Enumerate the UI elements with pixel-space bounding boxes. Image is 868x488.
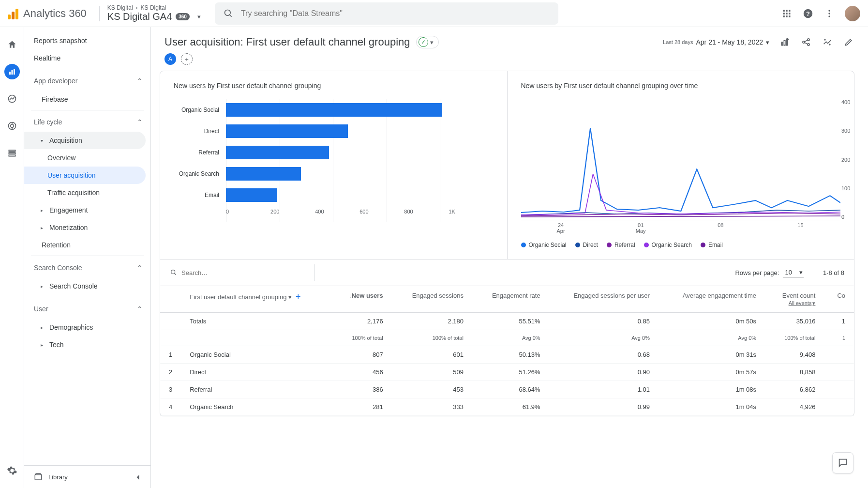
bar-row: Organic Search — [174, 163, 494, 184]
legend-item[interactable]: Email — [701, 242, 723, 248]
rail-configure-icon[interactable] — [4, 145, 20, 161]
sidebar-library[interactable]: Library — [24, 465, 150, 488]
avatar[interactable] — [845, 6, 860, 21]
line-chart-title: New users by First user default channel … — [521, 82, 841, 90]
sidebar-monetization[interactable]: ▸Monetization — [24, 219, 150, 236]
svg-point-35 — [829, 44, 830, 45]
rail-explore-icon[interactable] — [4, 91, 20, 107]
table-row[interactable]: 3Referral38645368.64%1.011m 08s6,862 — [160, 381, 854, 398]
sidebar-demographics[interactable]: ▸Demographics — [24, 319, 150, 336]
svg-point-21 — [10, 124, 14, 128]
sidebar-app-developer[interactable]: App developer ⌃ — [24, 71, 150, 91]
sidebar-search-console[interactable]: ▸Search Console — [24, 277, 150, 295]
svg-rect-5 — [783, 13, 785, 14]
property-dropdown-icon[interactable]: ▾ — [194, 11, 205, 23]
search-icon — [223, 8, 234, 19]
sidebar-traffic-acquisition[interactable]: Traffic acquisition — [24, 184, 150, 201]
bar-row: Referral — [174, 142, 494, 163]
sidebar-reports-snapshot[interactable]: Reports snapshot — [24, 32, 150, 49]
rows-per-page-select[interactable]: 10 ▾ — [783, 268, 803, 277]
search-box[interactable] — [215, 2, 558, 25]
sidebar-user-section[interactable]: User ⌃ — [24, 299, 150, 319]
svg-rect-18 — [14, 69, 15, 75]
property-name: KS Digital GA4 — [107, 11, 172, 22]
svg-rect-27 — [784, 41, 785, 46]
col-avg-engagement[interactable]: Average engagement time — [658, 286, 765, 313]
apps-icon[interactable] — [781, 8, 793, 19]
insights-icon[interactable] — [822, 36, 833, 48]
col-new-users[interactable]: ↓New users — [331, 286, 391, 313]
svg-text:?: ? — [806, 10, 810, 17]
svg-rect-25 — [35, 475, 42, 480]
svg-rect-23 — [9, 152, 15, 154]
page-info: 1-8 of 8 — [823, 269, 844, 276]
sidebar-user-acquisition[interactable]: User acquisition — [24, 167, 146, 184]
feedback-button[interactable] — [832, 452, 853, 473]
customize-icon[interactable] — [779, 36, 791, 48]
chevron-down-icon: ▾ — [799, 269, 803, 276]
sidebar-retention[interactable]: Retention — [24, 236, 150, 254]
svg-rect-6 — [786, 13, 787, 14]
svg-point-15 — [828, 15, 830, 17]
status-dropdown-icon[interactable]: ▾ — [430, 39, 434, 46]
sidebar-realtime[interactable]: Realtime — [24, 49, 150, 67]
legend-item[interactable]: Organic Search — [644, 242, 692, 248]
more-icon[interactable] — [823, 8, 835, 19]
caret-right-icon: ▸ — [41, 208, 45, 213]
rail-advertising-icon[interactable] — [4, 118, 20, 134]
bar-chart: Organic SocialDirectReferralOrganic Sear… — [174, 99, 494, 235]
legend-item[interactable]: Referral — [607, 242, 635, 248]
rail-home-icon[interactable] — [4, 37, 20, 52]
legend-item[interactable]: Direct — [575, 242, 598, 248]
legend-item[interactable]: Organic Social — [521, 242, 567, 248]
sidebar-overview[interactable]: Overview — [24, 149, 150, 167]
table-row[interactable]: 4Organic Search28133361.9%0.991m 04s4,92… — [160, 398, 854, 416]
caret-down-icon: ▾ — [41, 138, 45, 143]
sidebar-life-cycle[interactable]: Life cycle ⌃ — [24, 112, 150, 132]
badge-360: 360 — [176, 13, 190, 20]
sidebar-search-console-section[interactable]: Search Console ⌃ — [24, 258, 150, 277]
chevron-up-icon: ⌃ — [137, 305, 143, 313]
share-icon[interactable] — [800, 36, 812, 48]
table-search-input[interactable] — [181, 269, 263, 276]
caret-right-icon: ▸ — [41, 284, 45, 289]
comparison-chip-a[interactable]: A — [165, 53, 176, 65]
svg-rect-24 — [9, 155, 15, 156]
breadcrumb[interactable]: KS Digital›KS Digital — [107, 4, 205, 11]
add-dimension-button[interactable]: + — [296, 292, 301, 302]
edit-icon[interactable] — [843, 36, 854, 48]
sidebar-tech[interactable]: ▸Tech — [24, 336, 150, 353]
help-icon[interactable]: ? — [802, 8, 814, 19]
sidebar-engagement[interactable]: ▸Engagement — [24, 201, 150, 219]
svg-rect-2 — [783, 10, 785, 11]
table-row[interactable]: 2Direct45650951.26%0.900m 57s8,858 — [160, 364, 854, 381]
col-engaged-sessions[interactable]: Engaged sessions — [392, 286, 472, 313]
svg-rect-26 — [781, 42, 783, 46]
chevron-up-icon: ⌃ — [137, 118, 143, 126]
bar-row: Organic Social — [174, 99, 494, 121]
bar-chart-title: New users by First user default channel … — [174, 82, 494, 90]
sidebar-firebase[interactable]: Firebase — [24, 91, 150, 108]
svg-point-0 — [224, 10, 230, 15]
search-input[interactable] — [241, 9, 551, 18]
library-icon — [34, 473, 43, 481]
col-engagement-rate[interactable]: Engagement rate — [472, 286, 549, 313]
product-name: Analytics 360 — [23, 7, 87, 20]
chevron-up-icon: ⌃ — [137, 77, 143, 85]
col-event-count[interactable]: Event count All events ▾ — [765, 286, 824, 313]
sidebar-acquisition[interactable]: ▾ Acquisition — [24, 132, 146, 149]
date-range-picker[interactable]: Last 28 days Apr 21 - May 18, 2022 ▾ — [663, 38, 769, 46]
line-chart: 4003002001000 24Apr01May0815 — [521, 99, 841, 235]
svg-rect-22 — [9, 150, 15, 152]
table-row[interactable]: 1Organic Social80760150.13%0.680m 31s9,4… — [160, 346, 854, 364]
svg-rect-7 — [789, 13, 790, 14]
event-filter-dropdown[interactable]: All events ▾ — [789, 300, 816, 306]
rail-admin-icon[interactable] — [4, 463, 20, 478]
col-engaged-per-user[interactable]: Engaged sessions per user — [549, 286, 658, 313]
collapse-sidebar-icon[interactable] — [133, 473, 143, 482]
chevron-up-icon: ⌃ — [137, 264, 143, 272]
col-co[interactable]: Co — [824, 286, 854, 313]
rail-reports-icon[interactable] — [4, 64, 20, 79]
dimension-dropdown[interactable]: First user default channel grouping ▾ — [190, 293, 292, 301]
add-comparison-button[interactable]: + — [181, 53, 193, 65]
